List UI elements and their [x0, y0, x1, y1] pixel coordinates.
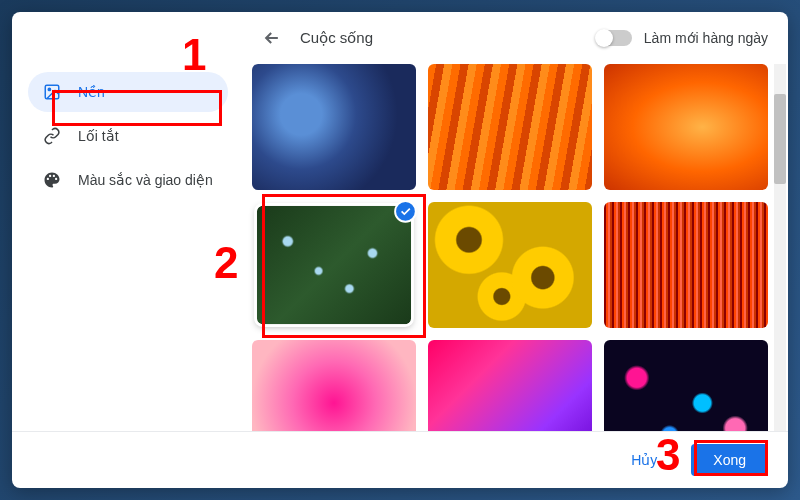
sidebar-item-shortcuts[interactable]: Lối tắt: [28, 116, 228, 156]
done-button[interactable]: Xong: [691, 444, 768, 476]
dialog-header: Cuộc sống Làm mới hàng ngày: [12, 12, 788, 64]
sidebar-item-label: Màu sắc và giao diện: [78, 172, 213, 188]
background-thumb[interactable]: [604, 340, 768, 431]
palette-icon: [42, 170, 62, 190]
image-icon: [42, 82, 62, 102]
scrollbar-thumb[interactable]: [774, 94, 786, 184]
background-thumb[interactable]: [428, 64, 592, 190]
check-icon: [399, 205, 412, 218]
refresh-toggle-label: Làm mới hàng ngày: [644, 30, 768, 46]
arrow-left-icon: [262, 28, 282, 48]
sidebar-item-label: Lối tắt: [78, 128, 119, 144]
refresh-toggle-wrap: Làm mới hàng ngày: [596, 30, 768, 46]
link-icon: [42, 126, 62, 146]
background-thumb[interactable]: [252, 340, 416, 431]
background-thumb[interactable]: [252, 64, 416, 190]
background-gallery: [244, 64, 788, 431]
sidebar-item-background[interactable]: Nền: [28, 72, 228, 112]
dialog-footer: Hủy Xong: [12, 431, 788, 488]
dialog-content: Nền Lối tắt Màu sắc và giao diện: [12, 64, 788, 431]
background-thumb[interactable]: [604, 64, 768, 190]
back-button[interactable]: [260, 26, 284, 50]
check-badge: [394, 200, 417, 223]
cancel-button[interactable]: Hủy: [609, 444, 679, 476]
svg-point-1: [48, 88, 50, 90]
background-thumb[interactable]: [604, 202, 768, 328]
header-title: Cuộc sống: [300, 29, 580, 47]
refresh-toggle[interactable]: [596, 30, 632, 46]
scrollbar[interactable]: [774, 64, 786, 431]
background-thumb[interactable]: [428, 340, 592, 431]
background-thumb-selected[interactable]: [257, 206, 411, 325]
sidebar-item-label: Nền: [78, 84, 105, 100]
background-thumb[interactable]: [428, 202, 592, 328]
gallery-wrap: [244, 64, 788, 431]
sidebar: Nền Lối tắt Màu sắc và giao diện: [12, 64, 244, 431]
sidebar-item-theme[interactable]: Màu sắc và giao diện: [28, 160, 228, 200]
customize-dialog: Cuộc sống Làm mới hàng ngày Nền Lối tắt: [12, 12, 788, 488]
